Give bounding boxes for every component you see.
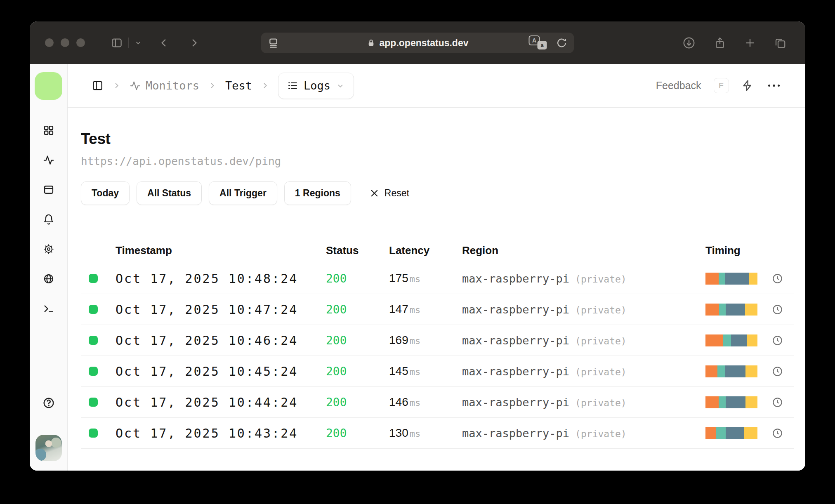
log-latency: 145ms xyxy=(384,365,457,378)
timing-segment-teal xyxy=(719,273,725,285)
help-button[interactable] xyxy=(42,397,55,409)
status-dot xyxy=(89,305,98,314)
globe-icon xyxy=(43,273,54,285)
log-row[interactable]: Oct 17, 2025 10:48:24 200 175ms max-rasp… xyxy=(81,263,794,294)
user-avatar[interactable] xyxy=(35,435,62,461)
command-menu-button[interactable] xyxy=(741,80,753,92)
log-timestamp: Oct 17, 2025 10:48:24 xyxy=(111,271,321,286)
list-icon xyxy=(288,80,298,91)
logs-view-selector[interactable]: Logs xyxy=(278,73,354,99)
page-header: Monitors Test Logs Fe xyxy=(68,64,805,108)
status-dot xyxy=(89,274,98,283)
timing-segment-teal xyxy=(719,396,726,408)
lock-icon xyxy=(367,38,375,47)
chevron-down-icon[interactable] xyxy=(134,39,142,47)
log-timestamp: Oct 17, 2025 10:46:24 xyxy=(111,333,321,348)
timing-segment-yellow xyxy=(749,273,757,285)
breadcrumb-monitor-name[interactable]: Test xyxy=(225,79,252,92)
timing-segment-yellow xyxy=(745,365,757,377)
log-status-code: 200 xyxy=(321,272,384,285)
reset-filters-button[interactable]: Reset xyxy=(370,188,409,199)
log-row[interactable]: Oct 17, 2025 10:47:24 200 147ms max-rasp… xyxy=(81,294,794,325)
column-header-status: Status xyxy=(321,244,384,257)
timing-segment-orange xyxy=(705,304,719,316)
reload-icon[interactable] xyxy=(556,37,568,49)
log-status-code: 200 xyxy=(321,303,384,316)
zap-icon xyxy=(741,80,753,92)
column-header-timestamp: Timestamp xyxy=(111,244,321,257)
url-text: app.openstatus.dev xyxy=(380,37,469,48)
log-timestamp: Oct 17, 2025 10:43:24 xyxy=(111,426,321,440)
log-row[interactable]: Oct 17, 2025 10:46:24 200 169ms max-rasp… xyxy=(81,325,794,356)
log-latency: 147ms xyxy=(384,303,457,316)
page-title: Test xyxy=(81,130,794,148)
timing-bar xyxy=(705,273,757,285)
column-header-latency: Latency xyxy=(384,244,457,257)
filter-date[interactable]: Today xyxy=(81,181,130,205)
sidebar-item-dashboard[interactable] xyxy=(43,125,54,136)
sidebar-item-monitors[interactable] xyxy=(43,154,54,166)
log-region: max-raspberry-pi(private) xyxy=(457,427,701,440)
sidebar-item-cli[interactable] xyxy=(43,303,54,314)
log-status-code: 200 xyxy=(321,334,384,347)
log-region: max-raspberry-pi(private) xyxy=(457,272,701,285)
panel-toggle-icon[interactable] xyxy=(92,80,104,92)
traffic-lights xyxy=(30,38,85,47)
feedback-button[interactable]: Feedback xyxy=(656,80,701,92)
back-icon[interactable] xyxy=(158,37,170,49)
sidebar-item-status-pages[interactable] xyxy=(43,184,54,195)
browser-window: app.openstatus.dev Aa xyxy=(30,21,805,471)
sidebar-item-notifications[interactable] xyxy=(43,214,54,225)
timing-segment-orange xyxy=(705,273,719,285)
share-icon[interactable] xyxy=(714,37,726,49)
more-options-button[interactable] xyxy=(766,82,783,89)
table-body: Oct 17, 2025 10:48:24 200 175ms max-rasp… xyxy=(81,263,794,449)
log-timestamp: Oct 17, 2025 10:47:24 xyxy=(111,302,321,317)
workspace-logo[interactable] xyxy=(35,72,62,100)
downloads-icon[interactable] xyxy=(682,36,696,49)
clock-icon xyxy=(772,335,783,346)
new-tab-icon[interactable] xyxy=(744,37,756,49)
timing-bar xyxy=(705,334,757,346)
filter-trigger[interactable]: All Trigger xyxy=(209,181,277,205)
log-status-code: 200 xyxy=(321,426,384,440)
page-icon[interactable] xyxy=(268,37,279,49)
chevron-down-icon xyxy=(336,82,344,90)
sidebar-item-regions[interactable] xyxy=(43,273,54,285)
timing-segment-teal xyxy=(719,304,726,316)
terminal-icon xyxy=(43,303,54,314)
timing-segment-teal xyxy=(723,334,731,346)
breadcrumb-monitors[interactable]: Monitors xyxy=(130,79,199,92)
log-timestamp: Oct 17, 2025 10:44:24 xyxy=(111,395,321,410)
log-latency: 169ms xyxy=(384,334,457,347)
close-button[interactable] xyxy=(45,38,54,47)
translate-icon[interactable]: Aa xyxy=(529,35,548,50)
logs-table: Timestamp Status Latency Region Timing O… xyxy=(81,238,794,449)
timing-segment-teal xyxy=(716,427,726,439)
log-row[interactable]: Oct 17, 2025 10:44:24 200 146ms max-rasp… xyxy=(81,387,794,418)
timing-segment-orange xyxy=(705,427,716,439)
tab-overview-icon[interactable] xyxy=(774,37,786,49)
breadcrumb-chevron-icon xyxy=(113,82,120,89)
sidebar-toggle-icon[interactable] xyxy=(111,37,123,49)
forward-icon[interactable] xyxy=(188,37,200,49)
log-latency: 146ms xyxy=(384,396,457,409)
address-bar[interactable]: app.openstatus.dev Aa xyxy=(261,33,574,53)
log-row[interactable]: Oct 17, 2025 10:43:24 200 130ms max-rasp… xyxy=(81,418,794,449)
minimize-button[interactable] xyxy=(61,38,69,47)
zoom-button[interactable] xyxy=(76,38,85,47)
clock-icon xyxy=(772,397,783,408)
status-page-icon xyxy=(43,184,54,195)
filter-regions[interactable]: 1 Regions xyxy=(284,181,351,205)
browser-titlebar: app.openstatus.dev Aa xyxy=(30,21,805,64)
filter-status[interactable]: All Status xyxy=(137,181,202,205)
cog-icon xyxy=(43,243,54,255)
log-row[interactable]: Oct 17, 2025 10:45:24 200 145ms max-rasp… xyxy=(81,356,794,387)
timing-segment-yellow xyxy=(747,334,757,346)
log-latency: 175ms xyxy=(384,272,457,285)
timing-segment-slate xyxy=(731,334,747,346)
clock-icon xyxy=(772,304,783,315)
status-dot xyxy=(89,429,98,438)
sidebar-item-settings[interactable] xyxy=(43,243,54,255)
feedback-shortcut-key: F xyxy=(714,78,729,93)
